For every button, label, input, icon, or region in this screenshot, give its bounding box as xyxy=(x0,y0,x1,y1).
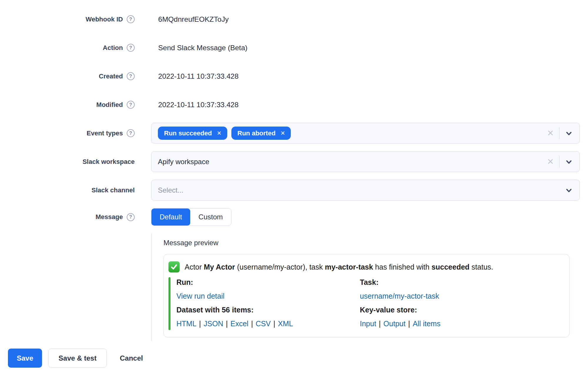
chevron-down-icon[interactable] xyxy=(565,186,573,194)
kv-input-link[interactable]: Input xyxy=(360,319,376,328)
slack-message-preview: Actor My Actor (username/my-actor), task… xyxy=(163,254,569,337)
chevron-down-icon[interactable] xyxy=(565,129,573,137)
remove-tag-icon[interactable]: ✕ xyxy=(217,130,222,136)
select-divider xyxy=(559,156,559,168)
clear-icon[interactable]: ✕ xyxy=(547,129,554,137)
event-type-tag[interactable]: Run aborted ✕ xyxy=(231,127,291,140)
link-separator: | xyxy=(379,319,381,328)
modified-label-cell: Modified ? xyxy=(0,101,135,109)
form-row-slack-workspace: Slack workspace Apify workspace ✕ xyxy=(0,151,588,172)
form-row-created: Created ? 2022-10-11 10:37:33.428 xyxy=(0,66,588,87)
help-icon[interactable]: ? xyxy=(127,72,135,80)
field-title: Run: xyxy=(176,275,360,289)
event-type-tag-label: Run succeeded xyxy=(164,130,212,137)
webhook-id-label: Webhook ID xyxy=(86,16,123,23)
preview-title-row: Actor My Actor (username/my-actor), task… xyxy=(168,259,562,273)
webhook-form: Webhook ID ? 6MQdnreufEOKZToJy Action ? … xyxy=(0,0,588,226)
webhook-id-label-cell: Webhook ID ? xyxy=(0,15,135,23)
form-row-message: Message ? Default Custom xyxy=(0,208,588,226)
save-and-test-button[interactable]: Save & test xyxy=(48,349,107,368)
slack-channel-label-cell: Slack channel xyxy=(0,186,135,194)
form-row-webhook-id: Webhook ID ? 6MQdnreufEOKZToJy xyxy=(0,9,588,30)
field-title: Task: xyxy=(360,275,562,289)
slack-workspace-label-cell: Slack workspace xyxy=(0,158,135,166)
slack-channel-label: Slack channel xyxy=(91,186,135,194)
chevron-down-icon[interactable] xyxy=(565,158,573,166)
task-link[interactable]: username/my-actor-task xyxy=(360,292,439,300)
event-types-select[interactable]: Run succeeded ✕ Run aborted ✕ ✕ xyxy=(151,123,580,144)
save-button[interactable]: Save xyxy=(8,349,42,368)
form-row-action: Action ? Send Slack Message (Beta) xyxy=(0,37,588,58)
event-type-tag[interactable]: Run succeeded ✕ xyxy=(158,127,227,140)
clear-icon[interactable]: ✕ xyxy=(547,158,554,166)
event-types-tags: Run succeeded ✕ Run aborted ✕ xyxy=(158,127,547,140)
webhook-id-value: 6MQdnreufEOKZToJy xyxy=(151,15,587,23)
preview-field-key-value-store: Key-value store: Input|Output|All items xyxy=(360,303,562,331)
slack-workspace-value: Apify workspace xyxy=(158,158,209,166)
link-separator: | xyxy=(199,319,201,328)
slack-workspace-label: Slack workspace xyxy=(83,158,135,166)
select-divider xyxy=(559,127,559,139)
help-icon[interactable]: ? xyxy=(127,213,135,221)
toggle-option-default[interactable]: Default xyxy=(151,208,190,226)
preview-attachment: Run: View run detail Task: username/my-a… xyxy=(168,275,562,331)
attachment-status-bar xyxy=(168,277,171,330)
slack-channel-select[interactable]: Select... xyxy=(151,180,580,201)
dataset-html-link[interactable]: HTML xyxy=(176,319,196,328)
preview-title-text: Actor My Actor (username/my-actor), task… xyxy=(185,263,493,271)
form-row-slack-channel: Slack channel Select... xyxy=(0,180,588,201)
event-type-tag-label: Run aborted xyxy=(238,130,276,137)
form-row-modified: Modified ? 2022-10-11 10:37:33.428 xyxy=(0,94,588,115)
slack-workspace-select[interactable]: Apify workspace ✕ xyxy=(151,151,580,172)
remove-tag-icon[interactable]: ✕ xyxy=(280,130,285,136)
action-label: Action xyxy=(103,44,123,52)
modified-label: Modified xyxy=(96,101,123,109)
cancel-button[interactable]: Cancel xyxy=(113,349,150,368)
help-icon[interactable]: ? xyxy=(127,44,135,52)
event-types-label: Event types xyxy=(87,130,123,137)
message-label: Message xyxy=(96,213,123,221)
preview-field-run: Run: View run detail xyxy=(176,275,360,303)
dataset-xml-link[interactable]: XML xyxy=(278,319,293,328)
form-row-event-types: Event types ? Run succeeded ✕ Run aborte… xyxy=(0,123,588,144)
dataset-csv-link[interactable]: CSV xyxy=(255,319,270,328)
help-icon[interactable]: ? xyxy=(127,129,135,137)
preview-field-task: Task: username/my-actor-task xyxy=(360,275,562,303)
created-value: 2022-10-11 10:37:33.428 xyxy=(151,72,587,80)
slack-channel-placeholder: Select... xyxy=(158,186,183,194)
kv-all-items-link[interactable]: All items xyxy=(413,319,440,328)
created-label: Created xyxy=(99,73,123,80)
view-run-detail-link[interactable]: View run detail xyxy=(176,292,225,300)
help-icon[interactable]: ? xyxy=(127,15,135,23)
message-type-toggle: Default Custom xyxy=(151,208,231,226)
preview-field-dataset: Dataset with 56 items: HTML|JSON|Excel|C… xyxy=(176,303,360,331)
dataset-json-link[interactable]: JSON xyxy=(204,319,223,328)
event-types-label-cell: Event types ? xyxy=(0,129,135,137)
message-preview-heading: Message preview xyxy=(163,239,588,247)
form-actions: Save Save & test Cancel xyxy=(0,349,588,368)
dataset-excel-link[interactable]: Excel xyxy=(230,319,248,328)
message-preview-section: Message preview Actor My Actor (username… xyxy=(151,233,588,341)
action-value: Send Slack Message (Beta) xyxy=(151,44,587,52)
toggle-option-custom[interactable]: Custom xyxy=(190,208,231,226)
field-title: Key-value store: xyxy=(360,303,562,317)
link-separator: | xyxy=(273,319,275,328)
link-separator: | xyxy=(226,319,228,328)
link-separator: | xyxy=(251,319,253,328)
action-label-cell: Action ? xyxy=(0,44,135,52)
link-separator: | xyxy=(408,319,410,328)
modified-value: 2022-10-11 10:37:33.428 xyxy=(151,101,587,109)
kv-output-link[interactable]: Output xyxy=(383,319,405,328)
success-check-emoji-icon xyxy=(168,261,180,273)
field-title: Dataset with 56 items: xyxy=(176,303,360,317)
message-label-cell: Message ? xyxy=(0,213,135,221)
created-label-cell: Created ? xyxy=(0,72,135,80)
help-icon[interactable]: ? xyxy=(127,101,135,109)
